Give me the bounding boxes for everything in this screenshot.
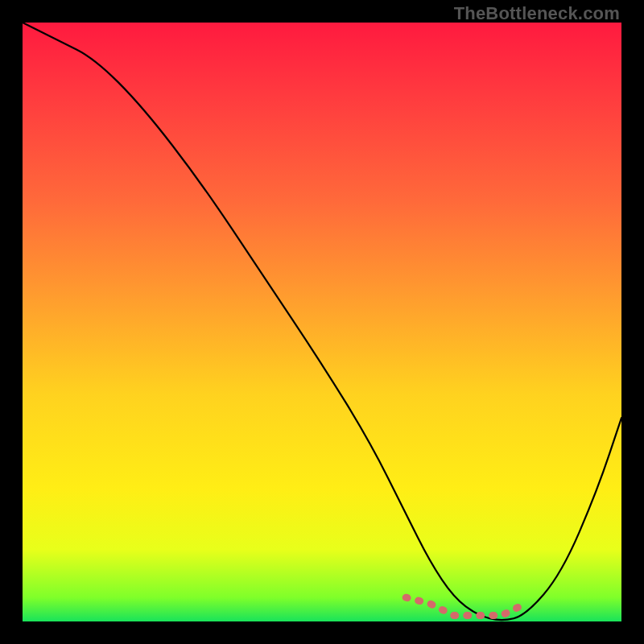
curve-layer xyxy=(23,23,621,621)
chart-frame: TheBottleneck.com xyxy=(0,0,644,644)
bottleneck-curve xyxy=(23,23,621,620)
attribution-label: TheBottleneck.com xyxy=(454,3,620,24)
plot-area xyxy=(23,23,621,621)
